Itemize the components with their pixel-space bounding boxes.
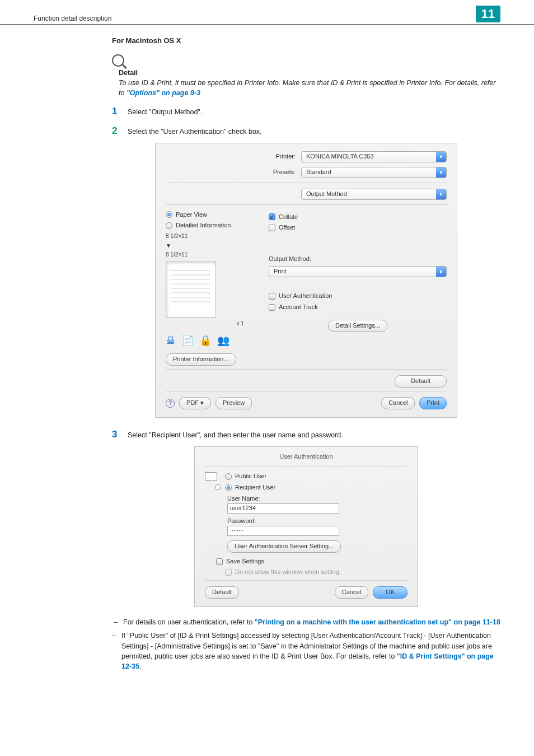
user-name-label: User Name: — [227, 494, 407, 503]
checkbox-icon — [269, 293, 275, 300]
size-bottom: 8 1/2×11 — [166, 251, 261, 259]
chapter-badge: 11 — [476, 6, 500, 22]
do-not-show-checkbox: Do not show this window when setting. — [225, 568, 407, 577]
output-method-select[interactable]: Print — [269, 266, 447, 277]
paper-view-label: Paper View — [176, 211, 207, 220]
default-button[interactable]: Default — [395, 375, 447, 388]
os-heading: For Macintosh OS X — [112, 36, 500, 46]
magnifier-icon — [112, 54, 124, 67]
ok-button[interactable]: OK — [373, 586, 407, 599]
recipient-user-radio[interactable]: Recipient User — [225, 483, 275, 492]
radio-icon — [166, 222, 172, 229]
options-link[interactable]: "Options" on page 9-3 — [127, 89, 200, 97]
arrow-down-icon: ▼ — [166, 242, 261, 250]
default-button[interactable]: Default — [205, 586, 239, 599]
note-2: If "Public User" of [ID & Print Settings… — [121, 631, 500, 671]
password-label: Password: — [227, 517, 407, 526]
checkbox-icon — [225, 569, 232, 576]
password-value: ········ — [230, 526, 243, 535]
checkbox-icon — [269, 225, 275, 231]
presets-value: Standard — [306, 168, 331, 177]
page-count: x 1 — [166, 320, 261, 328]
step-number-1: 1 — [112, 105, 120, 119]
page-preview — [166, 262, 216, 318]
collate-checkbox[interactable]: Collate — [269, 213, 447, 222]
save-settings-label: Save Settings — [226, 557, 264, 566]
radio-icon — [225, 473, 232, 480]
panel-value: Output Method — [306, 190, 347, 199]
preview-button[interactable]: Preview — [216, 397, 252, 409]
paper-view-radio[interactable]: Paper View — [166, 211, 261, 220]
note-1-link[interactable]: "Printing on a machine with the user aut… — [255, 618, 500, 626]
bullet-dash: – — [112, 617, 118, 627]
chevron-updown-icon — [436, 167, 446, 178]
detailed-info-radio[interactable]: Detailed Information — [166, 221, 261, 230]
recipient-user-label: Recipient User — [235, 483, 275, 492]
public-user-label: Public User — [235, 472, 266, 481]
step-3-text: Select "Recipient User", and then enter … — [128, 430, 500, 440]
cancel-button[interactable]: Cancel — [335, 586, 368, 599]
chevron-updown-icon — [436, 152, 446, 162]
header-title: Function detail description — [34, 15, 111, 22]
account-track-checkbox[interactable]: Account Track — [269, 303, 447, 312]
auth-user-icon — [205, 472, 221, 490]
password-input[interactable]: ········ — [227, 526, 339, 536]
detailed-info-label: Detailed Information — [176, 221, 231, 230]
checkbox-icon — [216, 558, 223, 565]
detail-settings-button[interactable]: Detail Settings... — [328, 320, 387, 332]
step-1-text: Select "Output Method". — [128, 107, 500, 117]
account-track-label: Account Track — [279, 303, 318, 312]
offset-label: Offset — [279, 223, 295, 232]
radio-icon — [225, 484, 232, 491]
detail-label: Detail — [119, 68, 500, 78]
step-number-2: 2 — [112, 124, 120, 138]
print-dialog: Printer: KONICA MINOLTA C353 Presets: St… — [155, 143, 457, 418]
user-authentication-checkbox[interactable]: User Authentication — [269, 292, 447, 301]
note-1-pre: For details on user authentication, refe… — [123, 618, 255, 626]
printer-label: Printer: — [262, 152, 296, 161]
period: . — [139, 662, 141, 670]
bullet-dash: – — [112, 631, 116, 671]
printer-information-button[interactable]: Printer Information... — [166, 353, 236, 366]
output-method-value: Print — [274, 267, 287, 276]
printer-select[interactable]: KONICA MINOLTA C353 — [301, 151, 447, 162]
chevron-updown-icon — [436, 267, 446, 277]
panel-select[interactable]: Output Method — [301, 189, 447, 200]
checkbox-icon — [269, 213, 275, 220]
user-auth-label: User Authentication — [279, 292, 332, 301]
cancel-button[interactable]: Cancel — [381, 397, 415, 409]
document-icon[interactable]: 📄 — [181, 333, 194, 348]
lock-icon[interactable]: 🔒 — [199, 333, 212, 348]
people-icon[interactable]: 👥 — [217, 333, 229, 348]
offset-checkbox[interactable]: Offset — [269, 223, 447, 232]
size-top: 8 1/2×11 — [166, 232, 261, 241]
chevron-updown-icon — [436, 189, 446, 199]
server-setting-button[interactable]: User Authentication Server Setting... — [227, 540, 341, 553]
output-method-label: Output Method: — [269, 255, 447, 264]
public-user-radio[interactable]: Public User — [225, 472, 275, 481]
pdf-button[interactable]: PDF ▾ — [179, 397, 211, 409]
step-number-3: 3 — [112, 428, 120, 442]
user-name-input[interactable]: user1234 — [227, 503, 339, 514]
checkbox-icon — [269, 304, 275, 311]
step-2-text: Select the "User Authentication" check b… — [128, 127, 500, 137]
note-1: For details on user authentication, refe… — [123, 617, 500, 627]
presets-select[interactable]: Standard — [301, 167, 447, 178]
dialog2-title: User Authentication — [205, 452, 407, 461]
save-settings-checkbox[interactable]: Save Settings — [216, 557, 407, 566]
printer-icon[interactable]: 🖶 — [166, 333, 176, 348]
presets-label: Presets: — [262, 168, 296, 177]
help-icon[interactable]: ? — [166, 399, 175, 408]
do-not-show-label: Do not show this window when setting. — [235, 568, 341, 577]
radio-icon — [166, 211, 172, 218]
detail-text: To use ID & Print, it must be specified … — [119, 78, 500, 98]
user-name-value: user1234 — [230, 504, 256, 513]
print-button[interactable]: Print — [419, 397, 447, 409]
collate-label: Collate — [279, 213, 298, 222]
printer-value: KONICA MINOLTA C353 — [306, 152, 374, 161]
user-authentication-dialog: User Authentication Public User Recipien… — [194, 446, 418, 607]
